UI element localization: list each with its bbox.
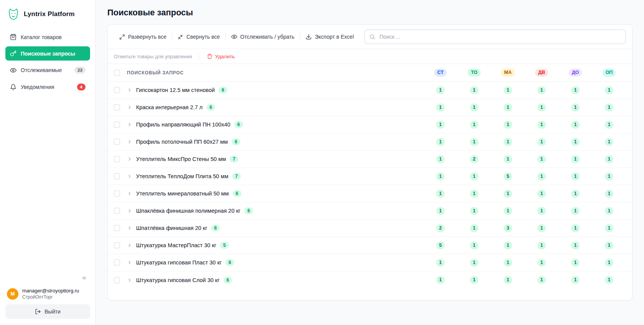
row-checkbox[interactable]	[114, 121, 120, 128]
chevron-right-icon[interactable]	[127, 174, 132, 179]
row-checkbox[interactable]	[114, 259, 120, 266]
metric-column: ДВ	[525, 69, 559, 77]
row-checkbox[interactable]	[114, 225, 120, 231]
sidebar-item-notifications[interactable]: Уведомления 4	[5, 80, 90, 94]
row-checkbox[interactable]	[114, 190, 120, 197]
metric-cell: 1	[491, 241, 525, 249]
chevron-right-icon[interactable]	[127, 243, 132, 248]
chevron-right-icon[interactable]	[127, 191, 132, 196]
sidebar-item-search-queries[interactable]: Поисковые запросы	[5, 46, 90, 61]
select-all-checkbox[interactable]	[114, 70, 120, 76]
metric-value-badge: 1	[571, 259, 580, 267]
sidebar-item-tracked[interactable]: Отслеживаемые 23	[5, 63, 90, 77]
metric-value-badge: 1	[605, 86, 614, 94]
table-row[interactable]: Штукатурка гипсовая Пласт 30 кг 6 111111	[108, 254, 632, 271]
chevron-right-icon[interactable]	[127, 105, 132, 110]
metric-cell: 1	[559, 190, 592, 198]
metric-cell: 1	[559, 172, 592, 181]
chevron-right-icon[interactable]	[127, 122, 132, 127]
table-row[interactable]: Утеплитель МиксПро Стены 50 мм 7 121111	[108, 151, 632, 168]
collapse-sidebar-icon[interactable]: «	[82, 274, 86, 281]
row-checkbox[interactable]	[114, 104, 120, 110]
metric-value-badge: 1	[504, 138, 513, 146]
metric-cell: 1	[424, 155, 457, 163]
query-column-header: ПОИСКОВЫЙ ЗАПРОС	[127, 70, 424, 76]
metric-cell: 1	[491, 155, 525, 163]
collapse-all-button[interactable]: Свернуть все	[172, 31, 225, 43]
row-checkbox[interactable]	[114, 208, 120, 214]
row-checkbox[interactable]	[114, 156, 120, 162]
query-cell: Утеплитель МиксПро Стены 50 мм 7	[136, 156, 424, 162]
toolbar: Развернуть все Свернуть все Отслеживать …	[108, 25, 632, 49]
metric-value-badge: 1	[504, 155, 513, 163]
track-toggle-button[interactable]: Отслеживать / убрать	[226, 31, 300, 43]
delete-label: Удалить	[215, 54, 235, 59]
logout-icon	[35, 309, 41, 315]
metric-value-badge: 1	[571, 190, 580, 198]
logout-button[interactable]: Выйти	[5, 304, 90, 319]
row-checkbox[interactable]	[114, 277, 120, 283]
query-count-badge: 7	[230, 156, 238, 162]
metric-value-badge: 1	[537, 207, 546, 215]
query-label: Штукатурка гипсовая Пласт 30 кг	[136, 259, 222, 266]
table-row[interactable]: Гипсокартон 12.5 мм стеновой 6 111111	[108, 82, 632, 99]
row-metrics: 111111	[424, 276, 626, 284]
query-cell: Шпатлёвка финишная 20 кг 6	[136, 225, 424, 231]
row-checkbox[interactable]	[114, 242, 120, 248]
brand: Lyntrix Platform	[5, 7, 90, 30]
table-row[interactable]: Утеплитель ТеплоДом Плита 50 мм 7 115111	[108, 168, 632, 185]
metric-cell: 1	[525, 224, 559, 232]
metric-cell: 1	[457, 172, 491, 181]
search-input[interactable]	[365, 30, 626, 44]
table-row[interactable]: Краска интерьерная 2.7 л 6 111111	[108, 99, 632, 116]
chevron-right-icon[interactable]	[127, 277, 132, 283]
table-row[interactable]: Утеплитель минераловатный 50 мм 6 111111	[108, 185, 632, 202]
table-row[interactable]: Профиль потолочный ПП 60x27 мм 6 111111	[108, 133, 632, 151]
table-row[interactable]: Штукатурка гипсовая Слой 30 кг 6 111111	[108, 271, 632, 289]
row-checkbox[interactable]	[114, 87, 120, 93]
query-count-badge: 6	[232, 138, 240, 145]
query-count-badge: 7	[232, 173, 241, 180]
row-metrics: 511111	[424, 241, 626, 249]
sidebar-spacer	[5, 97, 90, 272]
row-metrics: 111111	[424, 190, 626, 198]
metric-value-badge: 1	[571, 86, 580, 94]
export-excel-button[interactable]: Экспорт в Excel	[300, 31, 359, 43]
chevron-right-icon[interactable]	[127, 208, 132, 213]
metric-cell: 1	[525, 190, 559, 198]
metric-cell: 1	[592, 276, 626, 284]
row-metrics: 115111	[424, 172, 626, 181]
chevron-right-icon[interactable]	[127, 260, 132, 265]
row-metrics: 121111	[424, 155, 626, 163]
table-row[interactable]: Шпатлёвка финишная 20 кг 6 213111	[108, 220, 632, 237]
row-metrics: 111111	[424, 138, 626, 146]
key-icon	[10, 50, 16, 57]
user-info: M manager@stroyopttorg.ru СтройОптТорг	[5, 282, 90, 304]
sidebar-item-catalog[interactable]: Каталог товаров	[5, 30, 90, 44]
metric-column: СТ	[424, 69, 457, 77]
metric-value-badge: 1	[537, 86, 546, 94]
chevron-right-icon[interactable]	[127, 225, 132, 231]
row-checkbox[interactable]	[114, 173, 120, 179]
query-label: Шпатлёвка финишная 20 кг	[136, 225, 207, 231]
metric-value-badge: 1	[605, 155, 614, 163]
metric-value-badge: 1	[537, 241, 546, 249]
metric-value-badge: 1	[571, 224, 580, 232]
collapse-row: «	[5, 272, 90, 282]
chevron-right-icon[interactable]	[127, 139, 132, 144]
delete-button[interactable]: Удалить	[205, 53, 237, 60]
table-row[interactable]: Штукатурка МастерПласт 30 кг 5 511111	[108, 237, 632, 254]
collapse-icon	[177, 34, 183, 40]
metric-cell: 1	[592, 121, 626, 129]
metric-value-badge: 1	[537, 172, 546, 181]
metric-cell: 1	[559, 121, 592, 129]
metric-value-badge: 1	[571, 155, 580, 163]
row-checkbox[interactable]	[114, 139, 120, 145]
chevron-right-icon[interactable]	[127, 87, 132, 93]
table-row[interactable]: Шпаклёвка финишная полимерная 20 кг 6 11…	[108, 202, 632, 220]
expand-all-button[interactable]: Развернуть все	[114, 31, 172, 43]
chevron-right-icon[interactable]	[127, 156, 132, 162]
metric-value-badge: 1	[436, 190, 445, 198]
table-row[interactable]: Профиль направляющий ПН 100x40 6 111111	[108, 116, 632, 133]
metric-value-badge: 1	[504, 103, 513, 112]
